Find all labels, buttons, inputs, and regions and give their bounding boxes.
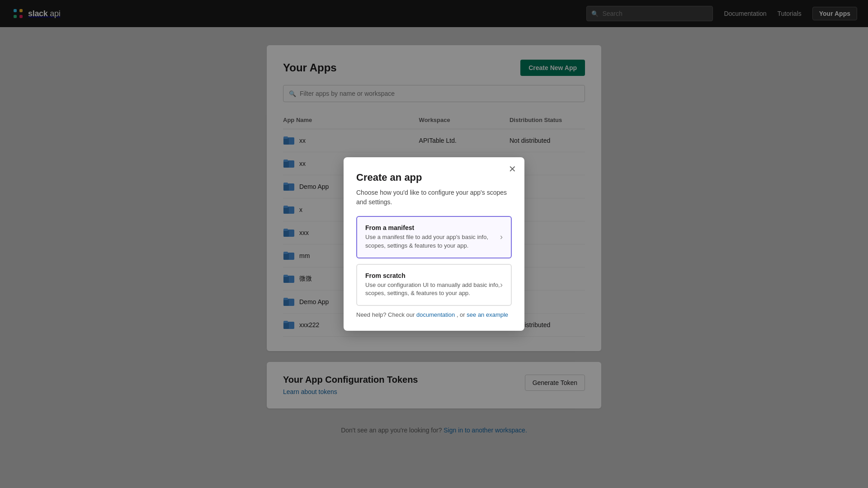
option-from-manifest[interactable]: From a manifest Use a manifest file to a… xyxy=(356,216,512,258)
chevron-right-icon: › xyxy=(500,232,503,242)
modal-close-button[interactable]: ✕ xyxy=(509,164,516,174)
option-manifest-title: From a manifest xyxy=(365,224,500,231)
option-manifest-desc: Use a manifest file to add your app's ba… xyxy=(365,233,500,250)
modal-subtitle: Choose how you'd like to configure your … xyxy=(356,188,512,207)
modal-help-text: Need help? Check our documentation , or … xyxy=(356,311,512,318)
modal-title: Create an app xyxy=(356,172,512,183)
modal-documentation-link[interactable]: documentation xyxy=(416,311,455,318)
option-scratch-content: From scratch Use our configuration UI to… xyxy=(365,272,500,298)
option-manifest-content: From a manifest Use a manifest file to a… xyxy=(365,224,500,250)
option-from-scratch[interactable]: From scratch Use our configuration UI to… xyxy=(356,264,512,306)
modal-overlay[interactable]: ✕ Create an app Choose how you'd like to… xyxy=(0,0,868,488)
option-scratch-desc: Use our configuration UI to manually add… xyxy=(365,281,500,298)
modal-see-example-link[interactable]: see an example xyxy=(467,311,508,318)
create-app-modal: ✕ Create an app Choose how you'd like to… xyxy=(344,157,524,331)
chevron-right-icon-2: › xyxy=(500,280,503,290)
option-scratch-title: From scratch xyxy=(365,272,500,279)
